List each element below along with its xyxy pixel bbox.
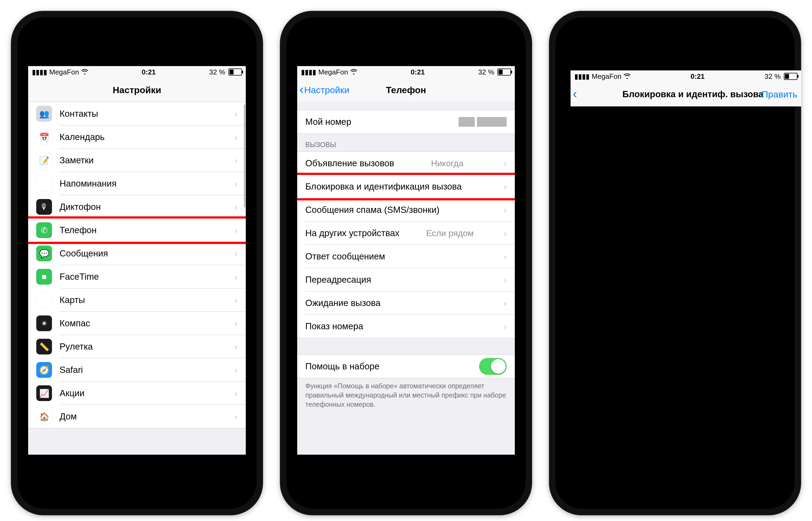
battery-pct: 32 % xyxy=(765,72,781,81)
row-label: Компас xyxy=(59,318,90,329)
settings-row-phone[interactable]: ✆Телефон› xyxy=(28,219,246,242)
settings-row-voicememos[interactable]: 🎙Диктофон› xyxy=(28,195,246,219)
highlight-box: ✆Телефон› xyxy=(28,217,246,244)
scrollbar[interactable] xyxy=(244,105,245,207)
battery-icon xyxy=(496,69,511,75)
home-icon: 🏠 xyxy=(36,409,52,424)
carrier-label: MegaFon xyxy=(592,72,621,81)
row-label: Напоминания xyxy=(59,178,117,189)
settings-row-home[interactable]: 🏠Дом› xyxy=(28,405,246,428)
back-label: Настройки xyxy=(304,85,350,95)
row-reply-message[interactable]: Ответ сообщением › xyxy=(297,245,515,268)
chevron-right-icon: › xyxy=(504,228,507,239)
maps-icon: 🗺 xyxy=(36,292,52,308)
row-dial-assist[interactable]: Помощь в наборе xyxy=(297,355,515,378)
row-other-devices[interactable]: На других устройствах Если рядом › xyxy=(297,222,515,245)
dial-assist-switch[interactable] xyxy=(479,358,507,375)
row-label: Карты xyxy=(59,295,85,305)
chevron-right-icon: › xyxy=(235,225,238,235)
settings-row-facetime[interactable]: ■FaceTime› xyxy=(28,265,246,288)
contacts-icon: 👥 xyxy=(36,106,52,121)
row-label: Safari xyxy=(59,365,83,375)
page-title: Настройки xyxy=(113,85,161,95)
row-announce-calls[interactable]: Объявление вызовов Никогда › xyxy=(297,152,515,175)
wifi-icon xyxy=(350,68,357,76)
settings-row-messages[interactable]: 💬Сообщения› xyxy=(28,242,246,265)
settings-row-compass[interactable]: ✴Компас› xyxy=(28,312,246,335)
clock: 0:21 xyxy=(142,68,156,76)
carrier-label: MegaFon xyxy=(318,68,348,76)
chevron-right-icon: › xyxy=(504,275,507,285)
row-call-waiting[interactable]: Ожидание вызова › xyxy=(297,291,515,315)
messages-icon: 💬 xyxy=(36,246,52,261)
back-button[interactable]: ‹ xyxy=(573,88,578,100)
chevron-right-icon: › xyxy=(235,272,238,282)
nav-bar: Настройки xyxy=(28,78,246,102)
row-value: Никогда xyxy=(431,158,463,168)
row-label: Сообщения xyxy=(59,248,108,258)
row-call-forwarding[interactable]: Переадресация › xyxy=(297,268,515,291)
block-identify-content[interactable]: РАЗРЕШИТЬ ЭТИМ ПРОГРАММАМ БЛОКИРОВАТЬ И … xyxy=(571,106,801,107)
highlight-box: Блокировка и идентификация вызова › xyxy=(297,173,515,200)
back-button[interactable]: ‹ Настройки xyxy=(300,84,350,96)
settings-row-stocks[interactable]: 📈Акции› xyxy=(28,382,246,405)
section-header-calls: ВЫЗОВЫ xyxy=(297,134,515,151)
voicememos-icon: 🎙 xyxy=(36,199,52,215)
row-label: Показ номера xyxy=(305,321,363,332)
page-title: Телефон xyxy=(386,85,426,95)
signal-icon: ▮▮▮▮ xyxy=(301,68,316,76)
settings-row-safari[interactable]: 🧭Safari› xyxy=(28,358,246,382)
measure-icon: 📏 xyxy=(36,339,52,355)
chevron-right-icon: › xyxy=(504,321,507,332)
device-frame-3: ▮▮▮▮ MegaFon 0:21 32 % ‹ Блокировка и ид… xyxy=(549,11,801,515)
safari-icon: 🧭 xyxy=(36,362,52,378)
row-label: Диктофон xyxy=(59,202,101,212)
row-show-caller-id[interactable]: Показ номера › xyxy=(297,315,515,338)
status-bar: ▮▮▮▮ MegaFon 0:21 32 % xyxy=(28,66,246,78)
status-bar: ▮▮▮▮ MegaFon 0:21 32 % xyxy=(297,66,515,78)
chevron-right-icon: › xyxy=(504,205,507,215)
row-spam-messages[interactable]: Сообщения спама (SMS/звонки) › xyxy=(297,198,515,222)
edit-button[interactable]: Править xyxy=(761,89,797,100)
settings-list[interactable]: 👥Контакты›📅Календарь›📝Заметки›☑Напоминан… xyxy=(28,102,246,455)
chevron-right-icon: › xyxy=(235,178,238,189)
chevron-right-icon: › xyxy=(235,295,238,305)
signal-icon: ▮▮▮▮ xyxy=(574,72,590,81)
wifi-icon xyxy=(81,68,88,76)
nav-bar: ‹ Настройки Телефон xyxy=(297,78,515,102)
chevron-right-icon: › xyxy=(235,365,238,375)
chevron-left-icon: ‹ xyxy=(300,83,304,96)
row-label: Ответ сообщением xyxy=(305,251,385,262)
row-block-identify[interactable]: Блокировка и идентификация вызова › xyxy=(297,175,515,198)
chevron-right-icon: › xyxy=(504,298,507,309)
status-bar: ▮▮▮▮ MegaFon 0:21 32 % xyxy=(571,70,801,82)
row-label: Рулетка xyxy=(59,341,93,352)
chevron-right-icon: › xyxy=(235,411,238,422)
battery-icon xyxy=(228,69,242,75)
settings-row-reminders[interactable]: ☑Напоминания› xyxy=(28,172,246,195)
phone-icon: ✆ xyxy=(36,222,52,238)
allow-apps-header: РАЗРЕШИТЬ ЭТИМ ПРОГРАММАМ БЛОКИРОВАТЬ И … xyxy=(571,106,801,107)
settings-row-notes[interactable]: 📝Заметки› xyxy=(28,149,246,172)
row-label: Ожидание вызова xyxy=(305,298,381,308)
settings-row-measure[interactable]: 📏Рулетка› xyxy=(28,335,246,358)
row-label: Дом xyxy=(59,411,77,422)
carrier-label: MegaFon xyxy=(49,68,79,76)
row-my-number[interactable]: Мой номер xyxy=(297,110,515,134)
phone-settings-list[interactable]: Мой номер ВЫЗОВЫ Объявление вызовов Нико… xyxy=(297,102,515,455)
compass-icon: ✴ xyxy=(36,315,52,331)
row-value: Если рядом xyxy=(426,228,474,238)
stocks-icon: 📈 xyxy=(36,385,52,401)
row-label: Переадресация xyxy=(305,275,371,285)
chevron-right-icon: › xyxy=(504,158,507,169)
redacted-number-part xyxy=(477,117,507,127)
nav-bar: ‹ Блокировка и идентиф. вызова Править xyxy=(571,82,801,107)
settings-row-contacts[interactable]: 👥Контакты› xyxy=(28,102,246,126)
chevron-right-icon: › xyxy=(504,181,507,192)
settings-row-maps[interactable]: 🗺Карты› xyxy=(28,288,246,312)
battery-pct: 32 % xyxy=(478,68,494,76)
row-label: Помощь в наборе xyxy=(305,361,380,371)
chevron-right-icon: › xyxy=(235,318,238,329)
row-label: Мой номер xyxy=(305,117,351,127)
settings-row-calendar[interactable]: 📅Календарь› xyxy=(28,126,246,149)
